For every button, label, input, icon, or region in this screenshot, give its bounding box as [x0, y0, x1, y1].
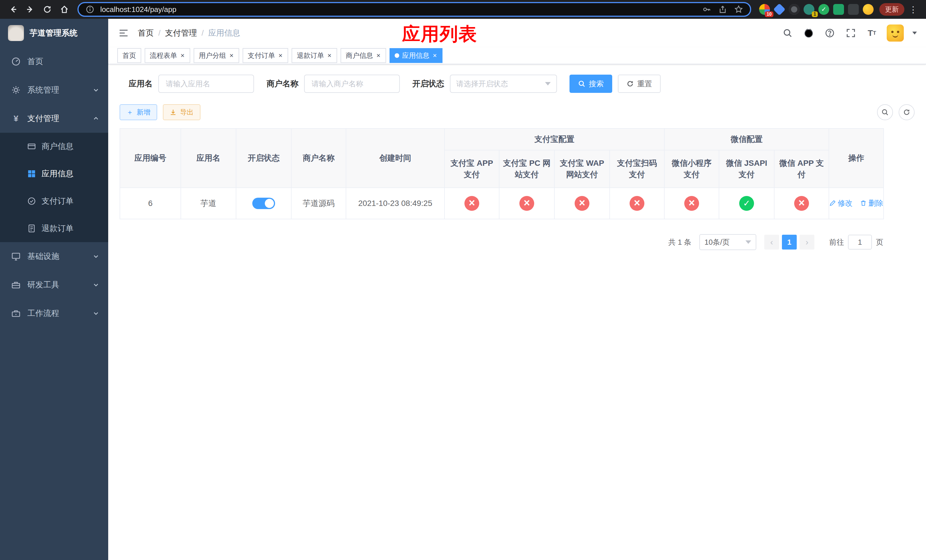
sidebar-item-devtools[interactable]: 研发工具 [0, 271, 108, 299]
emoji-extension-icon[interactable] [863, 4, 874, 15]
status-select[interactable]: 请选择开启状态 [450, 75, 557, 93]
sidebar: 芋道管理系统 首页 系统管理 [0, 19, 108, 560]
prev-page-button[interactable]: ‹ [764, 235, 779, 250]
col-actions: 操作 [829, 129, 884, 188]
col-alipay-wap: 支付宝 WAP 网站支付 [554, 150, 610, 188]
app-name-input[interactable] [158, 75, 254, 93]
breadcrumb-home[interactable]: 首页 [138, 28, 154, 38]
sidebar-item-system[interactable]: 系统管理 [0, 76, 108, 104]
navbar-actions: TT [781, 24, 917, 42]
edit-link[interactable]: 修改 [829, 198, 853, 208]
reset-button[interactable]: 重置 [618, 75, 661, 93]
extension-badge: 1 [812, 11, 818, 17]
app-title: 芋道管理系统 [30, 28, 77, 38]
close-icon[interactable]: × [376, 52, 381, 59]
avatar[interactable] [887, 24, 904, 42]
col-alipay-pc: 支付宝 PC 网站支付 [499, 150, 554, 188]
sidebar-item-app-info[interactable]: 应用信息 [0, 160, 108, 188]
goto-prefix: 前往 [829, 237, 844, 247]
site-info-icon[interactable] [84, 4, 96, 15]
sidebar-item-payment[interactable]: ¥ 支付管理 [0, 104, 108, 133]
fullscreen-icon[interactable] [844, 27, 857, 39]
refresh-icon [626, 80, 634, 88]
wechat-jsapi-status-icon [739, 196, 754, 211]
forward-icon [26, 5, 35, 14]
cell-created: 2021-10-23 08:49:25 [346, 188, 445, 219]
add-button[interactable]: ＋ 新增 [120, 104, 157, 120]
workflow-icon [11, 309, 21, 318]
page-size-select[interactable]: 10条/页 [699, 234, 756, 250]
github-icon[interactable] [802, 27, 815, 39]
puzzle-extensions-icon[interactable] [848, 4, 859, 15]
tab-home[interactable]: 首页 [117, 48, 141, 63]
gear-icon [11, 85, 21, 95]
refresh-table-button[interactable] [899, 104, 915, 120]
tab-refund-orders[interactable]: 退款订单× [292, 48, 337, 63]
download-icon [170, 109, 177, 116]
tab-pay-orders[interactable]: 支付订单× [243, 48, 288, 63]
sidebar-item-merchant-info[interactable]: 商户信息 [0, 133, 108, 160]
merchant-name-input[interactable] [304, 75, 400, 93]
caret-down-icon[interactable] [912, 32, 917, 35]
extension-icon-5[interactable]: ✓ [819, 4, 829, 15]
close-icon[interactable]: × [278, 52, 283, 59]
merchant-card-icon [27, 142, 36, 151]
tab-app-info[interactable]: 应用信息× [390, 48, 442, 63]
dashboard-icon [11, 57, 21, 66]
extensions-cluster: 10 1 ✓ [759, 4, 874, 15]
chevron-down-icon [93, 253, 99, 259]
browser-menu-dots-icon[interactable]: ⋮ [906, 5, 920, 15]
key-icon[interactable] [701, 4, 713, 15]
next-page-button[interactable]: › [800, 235, 814, 250]
sidebar-item-infrastructure[interactable]: 基础设施 [0, 242, 108, 271]
current-page[interactable]: 1 [782, 235, 797, 250]
close-icon[interactable]: × [327, 52, 332, 59]
delete-link[interactable]: 删除 [860, 198, 883, 208]
cell-status [236, 188, 291, 219]
close-icon[interactable]: × [432, 52, 437, 59]
url-bar[interactable]: localhost:1024/pay/app [77, 2, 751, 17]
col-wechat-jsapi: 微信 JSAPI 支付 [719, 150, 774, 188]
sidebar-menu: 首页 系统管理 ¥ 支付管理 [0, 47, 108, 560]
bookmark-star-icon[interactable] [733, 4, 744, 15]
sidebar-item-refund-orders[interactable]: 退款订单 [0, 215, 108, 242]
alipay-wap-status-icon [575, 196, 589, 211]
close-icon[interactable]: × [180, 52, 185, 59]
sidebar-item-pay-orders[interactable]: 支付订单 [0, 188, 108, 215]
back-button[interactable] [6, 2, 21, 17]
search-button[interactable]: 搜索 [569, 75, 612, 93]
tab-merchant-info[interactable]: 商户信息× [340, 48, 386, 63]
browser-update-button[interactable]: 更新 [879, 3, 904, 16]
extension-icon-3[interactable] [789, 4, 800, 15]
extension-icon-6[interactable] [833, 4, 844, 15]
extension-icon-1[interactable]: 10 [759, 4, 770, 15]
help-icon[interactable] [823, 27, 836, 39]
status-label: 开启状态 [412, 78, 444, 89]
extension-icon-2[interactable] [773, 3, 785, 16]
extension-icon-4[interactable]: 1 [803, 4, 814, 15]
sidebar-item-workflow[interactable]: 工作流程 [0, 299, 108, 328]
goto-page-input[interactable] [848, 235, 872, 250]
alipay-qr-status-icon [629, 196, 645, 211]
home-button[interactable] [57, 2, 72, 17]
sidebar-item-home[interactable]: 首页 [0, 47, 108, 76]
share-icon[interactable] [717, 4, 728, 15]
status-toggle[interactable] [252, 198, 275, 209]
app-logo[interactable]: 芋道管理系统 [0, 19, 108, 47]
show-search-button[interactable] [877, 104, 893, 120]
search-icon [578, 80, 586, 88]
search-icon[interactable] [781, 27, 794, 39]
export-button[interactable]: 导出 [163, 104, 200, 120]
tab-user-group[interactable]: 用户分组× [194, 48, 239, 63]
reload-button[interactable] [40, 2, 54, 17]
sidebar-collapse-icon[interactable] [117, 27, 130, 39]
infrastructure-icon [11, 252, 21, 261]
chevron-down-icon [93, 310, 99, 316]
breadcrumb-payment[interactable]: 支付管理 [165, 28, 197, 38]
font-size-icon[interactable]: TT [865, 27, 878, 39]
forward-button[interactable] [23, 2, 38, 17]
table-row: 6 芋道 芋道源码 2021-10-23 08:49:25 [120, 188, 884, 219]
tab-process-form[interactable]: 流程表单× [145, 48, 190, 63]
close-icon[interactable]: × [229, 52, 234, 59]
payment-submenu: 商户信息 应用信息 支付订单 [0, 133, 108, 242]
